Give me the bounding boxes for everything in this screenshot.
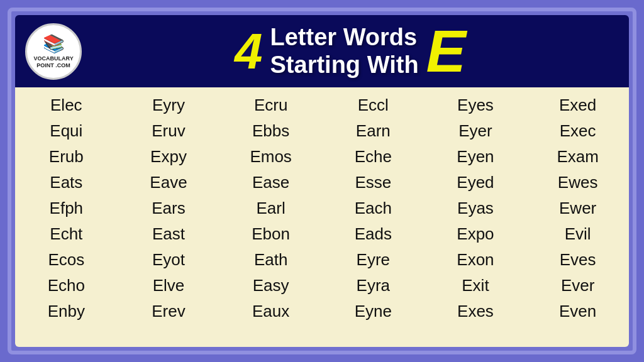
- word-cell: Eyed: [425, 170, 527, 195]
- word-cell: Emos: [219, 144, 322, 170]
- title-text: Letter Words Starting With: [270, 24, 419, 79]
- table-row: ElecEyryEcruEcclEyesExed: [15, 92, 629, 118]
- word-cell: Exes: [425, 299, 527, 324]
- table-row: EquiEruvEbbsEarnEyerExec: [15, 118, 629, 144]
- word-table: ElecEyryEcruEcclEyesExedEquiEruvEbbsEarn…: [15, 92, 629, 324]
- word-cell: East: [118, 221, 220, 247]
- word-cell: Each: [322, 195, 425, 221]
- word-cell: Exam: [526, 144, 629, 170]
- header-title: 4 Letter Words Starting With E: [82, 21, 619, 81]
- table-row: EatsEaveEaseEsseEyedEwes: [15, 170, 629, 195]
- word-cell: Earn: [322, 118, 425, 144]
- word-cell: Expy: [118, 144, 220, 170]
- word-cell: Ears: [118, 195, 220, 221]
- word-cell: Eats: [15, 170, 118, 195]
- word-cell: Eyra: [322, 273, 425, 299]
- word-cell: Ewer: [526, 195, 629, 221]
- word-cell: Evil: [526, 221, 629, 247]
- word-cell: Eads: [322, 221, 425, 247]
- table-row: EnbyErevEauxEyneExesEven: [15, 299, 629, 324]
- word-cell: Echo: [15, 273, 118, 299]
- word-cell: Eyes: [425, 92, 527, 118]
- word-cell: Eath: [219, 247, 322, 273]
- word-cell: Exec: [526, 118, 629, 144]
- word-cell: Equi: [15, 118, 118, 144]
- word-cell: Ease: [219, 170, 322, 195]
- word-cell: Ebbs: [219, 118, 322, 144]
- word-cell: Eyre: [322, 247, 425, 273]
- word-cell: Esse: [322, 170, 425, 195]
- word-cell: Ever: [526, 273, 629, 299]
- word-cell: Earl: [219, 195, 322, 221]
- content: ElecEyryEcruEcclEyesExedEquiEruvEbbsEarn…: [15, 87, 629, 347]
- table-row: ErubExpyEmosEcheEyenExam: [15, 144, 629, 170]
- table-row: EfphEarsEarlEachEyasEwer: [15, 195, 629, 221]
- word-cell: Eyas: [425, 195, 527, 221]
- word-cell: Erev: [118, 299, 220, 324]
- word-cell: Eccl: [322, 92, 425, 118]
- outer-border: 📚 VOCABULARY POINT .COM 4 Letter Words S…: [8, 8, 636, 354]
- logo: 📚 VOCABULARY POINT .COM: [25, 23, 82, 80]
- word-cell: Exon: [425, 247, 527, 273]
- word-cell: Eyot: [118, 247, 220, 273]
- word-cell: Ecos: [15, 247, 118, 273]
- word-cell: Enby: [15, 299, 118, 324]
- word-cell: Elec: [15, 92, 118, 118]
- word-cell: Eyer: [425, 118, 527, 144]
- word-cell: Erub: [15, 144, 118, 170]
- word-cell: Echt: [15, 221, 118, 247]
- letter-e: E: [426, 21, 466, 81]
- table-row: EchtEastEbonEadsExpoEvil: [15, 221, 629, 247]
- word-cell: Elve: [118, 273, 220, 299]
- word-cell: Eaux: [219, 299, 322, 324]
- word-cell: Exed: [526, 92, 629, 118]
- word-cell: Ecru: [219, 92, 322, 118]
- word-cell: Eyne: [322, 299, 425, 324]
- table-row: EcosEyotEathEyreExonEves: [15, 247, 629, 273]
- word-cell: Efph: [15, 195, 118, 221]
- logo-text: VOCABULARY POINT .COM: [27, 55, 80, 69]
- word-cell: Ebon: [219, 221, 322, 247]
- word-cell: Expo: [425, 221, 527, 247]
- number-4: 4: [235, 26, 263, 77]
- logo-icon: 📚: [43, 33, 65, 54]
- word-cell: Eyry: [118, 92, 220, 118]
- word-cell: Eves: [526, 247, 629, 273]
- word-cell: Eyen: [425, 144, 527, 170]
- word-cell: Eave: [118, 170, 220, 195]
- word-cell: Eruv: [118, 118, 220, 144]
- header: 📚 VOCABULARY POINT .COM 4 Letter Words S…: [15, 15, 629, 87]
- word-cell: Ewes: [526, 170, 629, 195]
- table-row: EchoElveEasyEyraExitEver: [15, 273, 629, 299]
- word-cell: Easy: [219, 273, 322, 299]
- word-cell: Even: [526, 299, 629, 324]
- word-cell: Exit: [425, 273, 527, 299]
- word-cell: Eche: [322, 144, 425, 170]
